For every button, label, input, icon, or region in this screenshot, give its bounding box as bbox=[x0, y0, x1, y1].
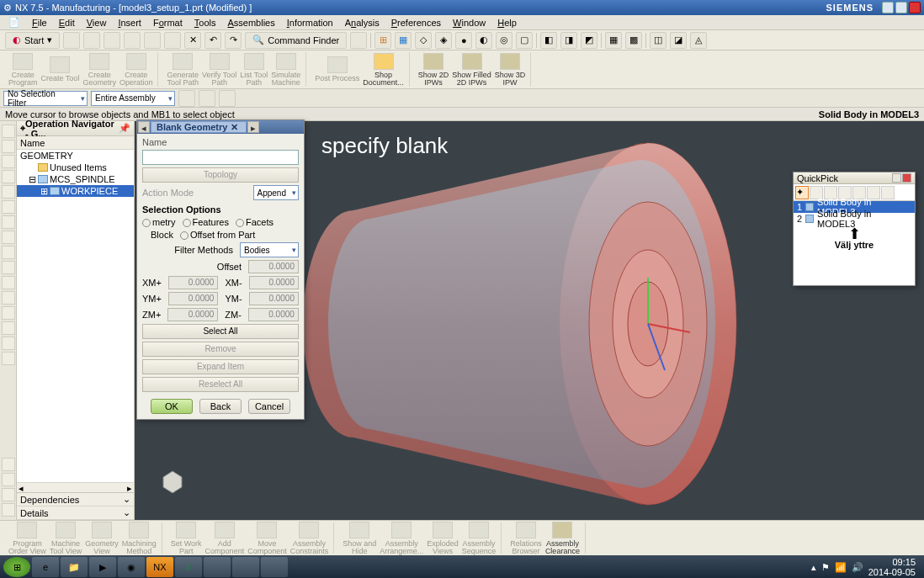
rb-tab-12[interactable] bbox=[2, 291, 15, 305]
reselect-button[interactable]: Reselect All bbox=[142, 377, 299, 392]
rb-tab-3[interactable] bbox=[2, 155, 15, 168]
tb-render[interactable]: ◐ bbox=[475, 32, 492, 49]
back-button[interactable]: Back bbox=[199, 399, 242, 414]
menu-format[interactable]: Format bbox=[148, 16, 188, 29]
filter-methods-combo[interactable]: Bodies bbox=[240, 242, 299, 257]
tb-a2[interactable]: ◨ bbox=[560, 32, 577, 49]
rb-gen-toolpath[interactable]: Generate Tool Path bbox=[167, 53, 199, 87]
menu-help[interactable]: Help bbox=[492, 16, 522, 29]
tb-cut[interactable] bbox=[164, 32, 181, 49]
menu-information[interactable]: Information bbox=[282, 16, 338, 29]
rb-tab-9[interactable] bbox=[2, 246, 15, 259]
tb-b2[interactable]: ▩ bbox=[625, 32, 642, 49]
tb-excel[interactable]: X bbox=[175, 557, 202, 577]
rb-tab-6[interactable] bbox=[2, 200, 15, 214]
rb2-machining[interactable]: Machining Method bbox=[122, 522, 157, 555]
tb-open[interactable] bbox=[83, 32, 100, 49]
xm-minus[interactable]: 0.0000 bbox=[249, 276, 299, 289]
sb-1[interactable] bbox=[178, 90, 195, 107]
radio-facets[interactable]: Facets bbox=[236, 217, 273, 227]
tree-mcs[interactable]: ⊟MCS_SPINDLE bbox=[17, 173, 134, 185]
tb-shade[interactable]: ● bbox=[455, 32, 472, 49]
tb-new[interactable] bbox=[63, 32, 80, 49]
name-input[interactable] bbox=[142, 150, 299, 165]
rb2-relations[interactable]: Relations Browser bbox=[510, 522, 542, 555]
menu-file[interactable]: File bbox=[27, 16, 52, 29]
close-button[interactable] bbox=[909, 2, 921, 13]
start-button[interactable]: ◐Start▾ bbox=[5, 32, 60, 49]
close-icon[interactable]: ✕ bbox=[231, 122, 241, 133]
qp-min[interactable] bbox=[892, 173, 901, 183]
tb-app4[interactable] bbox=[232, 557, 259, 577]
rb-tab-10[interactable] bbox=[2, 261, 15, 274]
zm-minus[interactable]: 0.0000 bbox=[248, 308, 299, 321]
tb-explorer[interactable]: 📁 bbox=[61, 557, 88, 577]
rb2-addcomp[interactable]: Add Component bbox=[205, 522, 245, 555]
quickpick-header[interactable]: QuickPick bbox=[794, 172, 915, 184]
rb2-machine-tool[interactable]: Machine Tool View bbox=[50, 522, 82, 555]
sb-3[interactable] bbox=[219, 90, 236, 107]
tb-undo[interactable]: ↶ bbox=[204, 32, 221, 49]
tree-workpiece[interactable]: ⊞WORKPIECE bbox=[17, 185, 134, 197]
nav-dependencies[interactable]: Dependencies⌄ bbox=[17, 493, 134, 506]
menu-insert[interactable]: Insert bbox=[113, 16, 146, 29]
tb-layer[interactable]: ▦ bbox=[395, 32, 412, 49]
rb-shop-doc[interactable]: Shop Document... bbox=[363, 53, 404, 87]
nav-column-name[interactable]: Name bbox=[17, 136, 134, 150]
tree-unused[interactable]: Unused Items bbox=[17, 162, 134, 173]
zm-plus[interactable]: 0.0000 bbox=[167, 308, 218, 321]
tb-c3[interactable]: ◬ bbox=[690, 32, 707, 49]
rb-tab-b2[interactable] bbox=[2, 473, 15, 486]
rb-show2d-ipw[interactable]: Show 2D IPWs bbox=[418, 53, 449, 87]
qp-close[interactable] bbox=[902, 173, 911, 183]
minimize-button[interactable] bbox=[882, 2, 894, 13]
tb-wcs[interactable]: ⊞ bbox=[374, 32, 391, 49]
assembly-scope-combo[interactable]: Entire Assembly bbox=[91, 91, 175, 106]
ok-button[interactable]: OK bbox=[151, 399, 193, 414]
dlg-prev[interactable]: ◂ bbox=[138, 121, 150, 133]
start-menu[interactable]: ⊞ bbox=[3, 557, 30, 577]
selection-filter-combo[interactable]: No Selection Filter bbox=[3, 91, 88, 106]
tb-delete[interactable]: ✕ bbox=[184, 32, 201, 49]
rb2-showhide[interactable]: Show and Hide bbox=[343, 522, 376, 555]
menu-assemblies[interactable]: Assemblies bbox=[222, 16, 279, 29]
rb-tab-b3[interactable] bbox=[2, 488, 15, 501]
menu-preferences[interactable]: Preferences bbox=[386, 16, 446, 29]
action-mode-combo[interactable]: Append bbox=[253, 185, 299, 200]
rb-create-geometry[interactable]: Create Geometry bbox=[82, 53, 116, 87]
rb-tab-15[interactable] bbox=[2, 337, 15, 350]
menu-view[interactable]: View bbox=[82, 16, 112, 29]
radio-offset[interactable]: Offset from Part bbox=[180, 230, 255, 240]
menu-edit[interactable]: Edit bbox=[54, 16, 80, 29]
rb-tab-b1[interactable] bbox=[2, 458, 15, 471]
rb2-movecomp[interactable]: Move Component bbox=[247, 522, 287, 555]
rb-verify-toolpath[interactable]: Verify Tool Path bbox=[202, 53, 236, 87]
qp-row-2[interactable]: 2 Solid Body in MODEL3 bbox=[794, 213, 915, 225]
ym-minus[interactable]: 0.0000 bbox=[249, 292, 299, 305]
rb-tab-4[interactable] bbox=[2, 170, 15, 183]
cancel-button[interactable]: Cancel bbox=[248, 399, 290, 414]
dlg-next[interactable]: ▸ bbox=[247, 121, 259, 133]
tray-up-icon[interactable]: ▴ bbox=[811, 562, 816, 573]
rb-tab-13[interactable] bbox=[2, 306, 15, 320]
rb2-arrange[interactable]: Assembly Arrangeme... bbox=[380, 522, 423, 555]
rb-tab-8[interactable] bbox=[2, 231, 15, 244]
tb-view1[interactable]: ◇ bbox=[415, 32, 432, 49]
rb-tab-14[interactable] bbox=[2, 321, 15, 335]
tb-c1[interactable]: ◫ bbox=[650, 32, 666, 49]
menu-window[interactable]: Window bbox=[448, 16, 491, 29]
tray-vol-icon[interactable]: 🔊 bbox=[852, 562, 863, 573]
tb-ie[interactable]: e bbox=[32, 557, 59, 577]
radio-features[interactable]: Features bbox=[183, 217, 229, 227]
radio-geometry[interactable]: metry bbox=[142, 217, 176, 227]
nav-hscroll[interactable]: ◂▸ bbox=[17, 482, 134, 492]
tb-c2[interactable]: ◪ bbox=[670, 32, 687, 49]
rb2-exploded[interactable]: Exploded Views bbox=[427, 522, 459, 555]
rb-tab-16[interactable] bbox=[2, 352, 15, 365]
topology-button[interactable]: Topology bbox=[142, 167, 299, 183]
tray-net-icon[interactable]: 📶 bbox=[835, 562, 847, 573]
tb-wire[interactable]: ◎ bbox=[496, 32, 512, 49]
offset-value[interactable]: 0.0000 bbox=[248, 260, 299, 273]
rb-show3d-ipw[interactable]: Show 3D IPW bbox=[495, 53, 526, 87]
radio-block[interactable]: Block bbox=[151, 230, 173, 240]
